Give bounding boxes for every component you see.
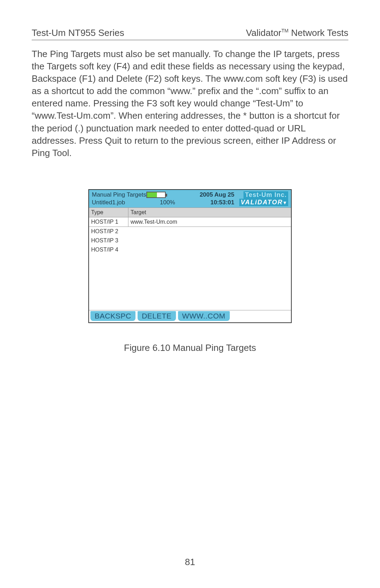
softkey-delete[interactable]: DELETE [138,311,176,321]
page-header: Test-Um NT955 Series ValidatorTM Network… [32,27,348,40]
header-right-post: Network Tests [289,27,348,38]
screen-percent: 100% [146,199,189,206]
screen-time: 10:53:01 [189,199,234,206]
brand-product: VALiDATOR [239,199,288,206]
figure-caption: Figure 6.10 Manual Ping Targets [88,342,292,353]
col-type-header: Type [89,208,128,217]
battery-icon [146,192,166,198]
cell-type: HOST/IP 1 [89,217,128,227]
cell-type: HOST/IP 3 [89,236,128,245]
device-figure: Manual Ping Targets 2005 Aug 25 Test-Um … [88,189,292,353]
header-right: ValidatorTM Network Tests [246,27,348,38]
header-left: Test-Um NT955 Series [32,27,124,38]
softkey-bar: BACKSPC DELETE WWW..COM [89,310,291,322]
table-blank-area [89,254,291,310]
softkey-wwwcom[interactable]: WWW..COM [178,311,230,321]
body-paragraph: The Ping Targets must also be set manual… [32,48,348,159]
brand-block: Test-Um Inc. VALiDATOR [234,191,288,206]
table-row[interactable]: HOST/IP 4 [89,245,291,254]
page-number: 81 [0,557,380,568]
table-header-row: Type Target [89,208,291,217]
brand-company: Test-Um Inc. [243,191,288,199]
cell-target[interactable]: www.Test-Um.com [128,217,291,227]
screen-filename: Untitled1.job [92,199,146,206]
cell-target[interactable] [128,227,291,236]
table-row[interactable]: HOST/IP 3 [89,236,291,245]
softkey-backspace[interactable]: BACKSPC [90,311,135,321]
table-row[interactable]: HOST/IP 2 [89,227,291,236]
table-row[interactable]: HOST/IP 1 www.Test-Um.com [89,217,291,227]
col-target-header: Target [128,208,291,217]
cell-target[interactable] [128,245,291,254]
header-right-sup: TM [281,28,289,33]
cell-type: HOST/IP 2 [89,227,128,236]
cell-target[interactable] [128,236,291,245]
device-screen: Manual Ping Targets 2005 Aug 25 Test-Um … [88,189,292,323]
header-right-pre: Validator [246,27,281,38]
screen-title: Manual Ping Targets [92,191,146,198]
device-header: Manual Ping Targets 2005 Aug 25 Test-Um … [89,190,291,208]
screen-date: 2005 Aug 25 [189,191,234,198]
targets-table: Type Target HOST/IP 1 www.Test-Um.com HO… [89,208,291,310]
cell-type: HOST/IP 4 [89,245,128,254]
battery-indicator [146,191,189,198]
